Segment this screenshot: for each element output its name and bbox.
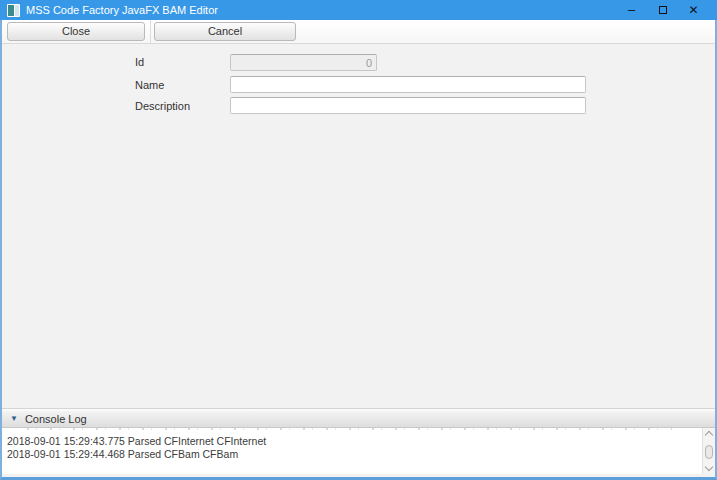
clipped-log-line [27,428,672,430]
description-input[interactable] [230,97,586,114]
maximize-icon [659,6,667,14]
console-log-title: Console Log [25,413,87,425]
minimize-button[interactable]: – [616,0,647,20]
id-label: Id [135,56,144,68]
toolbar: Close Cancel [2,20,715,44]
scroll-up-icon[interactable] [705,431,713,439]
name-label: Name [135,79,164,91]
app-window: MSS Code Factory JavaFX BAM Editor – ✕ C… [0,0,717,480]
close-button[interactable]: Close [7,22,145,41]
description-label: Description [135,100,190,112]
maximize-button[interactable] [647,0,678,20]
console-log-body: 2018-09-01 15:29:43.775 Parsed CFInterne… [2,428,715,474]
minimize-icon: – [628,6,635,14]
id-field [230,54,377,71]
window-title: MSS Code Factory JavaFX BAM Editor [26,4,218,16]
cancel-button[interactable]: Cancel [154,22,296,41]
scroll-down-icon[interactable] [705,463,713,471]
console-scrollbar[interactable] [702,428,715,474]
titlebar: MSS Code Factory JavaFX BAM Editor – ✕ [0,0,717,20]
log-line: 2018-09-01 15:29:43.775 Parsed CFInterne… [7,435,266,447]
console-log-header[interactable]: ▼ Console Log [2,411,715,428]
collapse-arrow-icon[interactable]: ▼ [10,415,18,423]
close-window-button[interactable]: ✕ [678,0,709,20]
app-icon [7,4,20,17]
name-input[interactable] [230,76,586,93]
close-icon: ✕ [688,3,698,17]
scrollbar-thumb[interactable] [705,445,713,459]
log-line: 2018-09-01 15:29:44.468 Parsed CFBam CFB… [7,448,238,460]
window-controls: – ✕ [616,0,709,20]
toolbar-separator [150,20,151,44]
